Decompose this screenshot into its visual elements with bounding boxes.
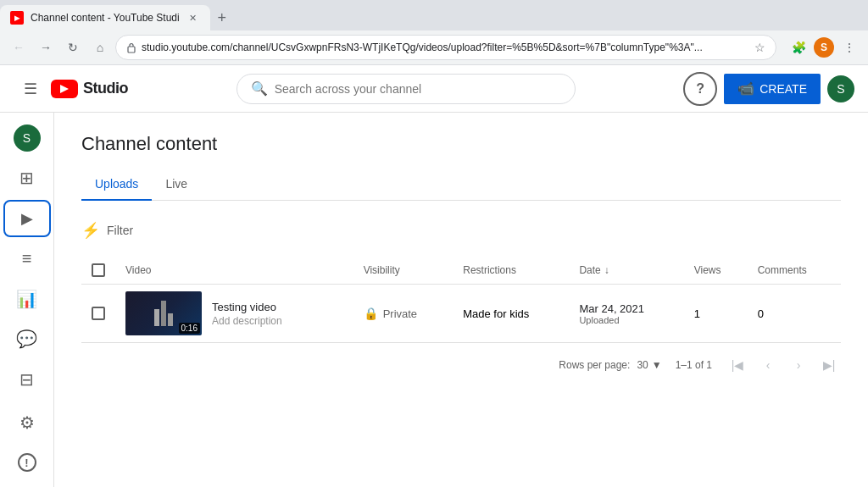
sidebar-item-dashboard[interactable]: ⊞ — [3, 159, 51, 196]
svg-rect-0 — [128, 47, 135, 53]
forward-button[interactable]: → — [34, 36, 58, 59]
browser-controls: ← → ↻ ⌂ studio.youtube.com/channel/UCsvG… — [0, 30, 868, 64]
header-search-area: 🔍 — [162, 74, 649, 104]
th-date[interactable]: Date ↓ — [569, 257, 683, 285]
back-button[interactable]: ← — [7, 36, 31, 59]
private-icon: 🔒 — [364, 307, 378, 320]
subtitles-icon: ⊟ — [19, 369, 34, 390]
sidebar-item-analytics[interactable]: 📊 — [3, 280, 51, 317]
address-bar[interactable]: studio.youtube.com/channel/UCsvGxwpnFRsN… — [115, 35, 776, 60]
restriction-text: Made for kids — [463, 307, 529, 320]
browser-tab-active[interactable]: ▶ Channel content - YouTube Studi ✕ — [0, 5, 210, 30]
views-value: 1 — [694, 307, 700, 320]
first-page-button[interactable]: |◀ — [726, 353, 749, 377]
tab-uploads[interactable]: Uploads — [81, 169, 152, 201]
menu-toggle-button[interactable]: ☰ — [14, 72, 47, 106]
select-all-checkbox[interactable] — [92, 263, 105, 277]
date-cell: Mar 24, 2021 Uploaded — [569, 285, 683, 343]
browser-chrome: ▶ Channel content - YouTube Studi ✕ + ← … — [0, 0, 868, 65]
video-thumbnail[interactable]: 0:16 — [125, 291, 202, 335]
next-page-button[interactable]: › — [787, 353, 810, 377]
page-title: Channel content — [81, 133, 841, 155]
search-icon: 🔍 — [251, 80, 268, 97]
uploaded-label: Uploaded — [579, 315, 673, 325]
date-header-text: Date — [579, 264, 600, 276]
lock-icon — [126, 42, 136, 53]
comments-cell: 0 — [748, 285, 841, 343]
search-input[interactable] — [275, 82, 561, 96]
bar-2 — [161, 301, 166, 326]
reload-button[interactable]: ↻ — [61, 36, 85, 59]
tab-title: Channel content - YouTube Studi — [31, 12, 180, 24]
tab-close-button[interactable]: ✕ — [186, 11, 200, 25]
video-description[interactable]: Add description — [212, 315, 282, 327]
restriction-cell: Made for kids — [453, 285, 569, 343]
sidebar-item-feedback[interactable]: ! — [3, 445, 51, 481]
th-select-all — [81, 257, 115, 285]
feedback-icon: ! — [18, 453, 36, 472]
yt-studio-header: ☰ Studio 🔍 ? 📹 CREATE S — [0, 65, 868, 113]
studio-logo-text: Studio — [83, 80, 128, 97]
prev-page-button[interactable]: ‹ — [756, 353, 780, 377]
video-title[interactable]: Testing video — [212, 301, 282, 313]
comments-value: 0 — [758, 307, 764, 320]
help-button[interactable]: ? — [683, 72, 717, 106]
playlists-icon: ≡ — [22, 249, 32, 268]
sidebar-avatar: S — [14, 125, 41, 152]
youtube-logo-icon — [51, 80, 78, 98]
create-button[interactable]: 📹 CREATE — [724, 74, 821, 104]
page-range: 1–1 of 1 — [676, 359, 712, 371]
video-info: Testing video Add description — [212, 301, 282, 327]
bar-3 — [168, 313, 173, 326]
extensions-button[interactable]: 🧩 — [787, 36, 810, 59]
yt-content-area: Channel content Uploads Live ⚡ Filter — [54, 113, 868, 487]
sidebar-item-settings[interactable]: ⚙ — [3, 404, 51, 440]
url-text: studio.youtube.com/channel/UCsvGxwpnFRsN… — [142, 42, 749, 53]
visibility-cell: 🔒 Private — [353, 285, 453, 343]
settings-icon: ⚙ — [19, 412, 35, 433]
rows-select-button[interactable]: 30 ▼ — [637, 359, 661, 371]
rows-per-page: Rows per page: 30 ▼ — [559, 359, 661, 371]
sidebar-item-comments[interactable]: 💬 — [3, 321, 51, 357]
th-visibility: Visibility — [353, 257, 453, 285]
bar-1 — [154, 309, 159, 326]
th-video: Video — [115, 257, 353, 285]
visibility-text: Private — [383, 307, 417, 320]
play-triangle — [60, 85, 69, 93]
video-cell: 0:16 Testing video Add description — [115, 285, 353, 343]
tab-favicon: ▶ — [10, 11, 24, 25]
last-page-button[interactable]: ▶| — [817, 353, 841, 377]
bookmark-icon[interactable]: ☆ — [754, 41, 765, 54]
header-actions: ? 📹 CREATE S — [683, 72, 854, 106]
user-avatar[interactable]: S — [827, 75, 854, 102]
filter-bar: ⚡ Filter — [81, 214, 841, 246]
new-tab-button[interactable]: + — [210, 6, 234, 30]
sidebar-item-content[interactable]: ▶ — [3, 200, 51, 237]
browser-actions: 🧩 S ⋮ — [787, 36, 861, 59]
content-tabs: Uploads Live — [81, 169, 841, 201]
yt-sidebar: S ⊞ ▶ ≡ 📊 💬 ⊟ ⚙ — [0, 113, 54, 487]
camera-icon: 📹 — [737, 80, 754, 97]
thumbnail-visual — [154, 301, 173, 326]
rows-per-page-label: Rows per page: — [559, 359, 630, 371]
views-cell: 1 — [684, 285, 748, 343]
tab-live[interactable]: Live — [152, 169, 201, 201]
more-button[interactable]: ⋮ — [837, 36, 861, 59]
date-value: Mar 24, 2021 — [579, 302, 673, 315]
row-checkbox-cell — [81, 285, 115, 343]
home-button[interactable]: ⌂ — [88, 36, 112, 59]
profile-button[interactable]: S — [814, 37, 834, 58]
sidebar-item-subtitles[interactable]: ⊟ — [3, 361, 51, 397]
yt-studio-logo[interactable]: Studio — [51, 80, 128, 98]
th-views: Views — [684, 257, 748, 285]
comments-icon: 💬 — [16, 329, 37, 349]
duration-badge: 0:16 — [179, 323, 200, 334]
rows-dropdown-icon: ▼ — [652, 359, 662, 371]
analytics-icon: 📊 — [16, 289, 37, 309]
sidebar-item-user[interactable]: S — [3, 119, 51, 156]
filter-label[interactable]: Filter — [107, 224, 133, 237]
search-bar: 🔍 — [236, 74, 576, 104]
th-comments: Comments — [748, 257, 841, 285]
row-checkbox[interactable] — [92, 307, 105, 320]
sidebar-item-playlists[interactable]: ≡ — [3, 241, 51, 277]
